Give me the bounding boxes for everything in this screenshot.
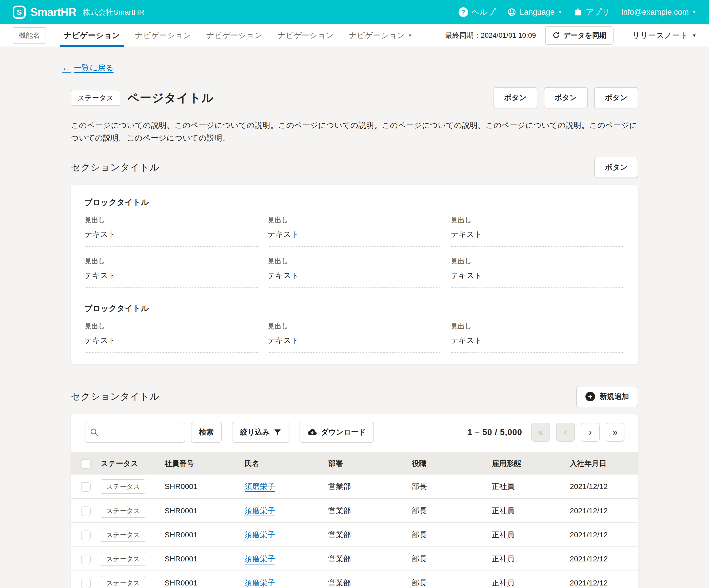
language-menu[interactable]: Language ▼	[507, 7, 562, 18]
row-checkbox[interactable]	[81, 482, 90, 492]
employee-name-link[interactable]: 須磨栄子	[244, 482, 275, 490]
brand-logo[interactable]: S SmartHR	[13, 4, 76, 20]
field-label: 見出し	[268, 215, 441, 225]
status-badge: ステータス	[101, 552, 145, 566]
app-header: S SmartHR 株式会社SmartHR ? ヘルプ Language ▼ ア…	[0, 0, 709, 24]
row-checkbox[interactable]	[81, 531, 90, 540]
add-new-button[interactable]: + 新規追加	[576, 386, 638, 407]
download-button[interactable]: ダウンロード	[299, 422, 374, 443]
column-header-department: 部署	[328, 452, 412, 475]
employee-id: SHR0001	[165, 499, 244, 523]
field: 見出し テキスト	[451, 322, 625, 353]
sync-data-label: データを同期	[563, 31, 606, 40]
pagination-last-button[interactable]: »	[606, 423, 625, 442]
cloud-download-icon	[308, 428, 317, 437]
chevron-right-icon: ›	[589, 427, 592, 437]
page-action-button-2[interactable]: ボタン	[544, 87, 588, 108]
back-link[interactable]: ← 一覧に戻る	[62, 61, 113, 74]
nav-tab-2[interactable]: ナビゲーション	[127, 24, 199, 47]
row-checkbox[interactable]	[81, 506, 90, 516]
apps-menu[interactable]: アプリ	[574, 7, 610, 18]
help-label: ヘルプ	[471, 7, 496, 18]
status-badge: ステータス	[101, 576, 145, 588]
caret-down-icon: ▼	[692, 33, 696, 38]
field-label: 見出し	[268, 322, 441, 331]
search-input[interactable]	[102, 428, 180, 436]
account-menu[interactable]: info@example.com ▼	[621, 7, 696, 18]
section1-action-button[interactable]: ボタン	[594, 157, 638, 178]
filter-label: 絞り込み	[240, 427, 270, 437]
nav-tab-label: ナビゲーション	[135, 30, 191, 41]
page-status-badge: ステータス	[71, 90, 120, 106]
nav-bar: 機能名 ナビゲーション ナビゲーション ナビゲーション ナビゲーション ナビゲー…	[0, 24, 709, 47]
brand-logo-text: SmartHR	[30, 4, 76, 20]
row-checkbox[interactable]	[81, 555, 90, 564]
page-action-button-3[interactable]: ボタン	[594, 87, 638, 108]
block-title: ブロックタイトル	[84, 303, 625, 314]
page-action-button-1[interactable]: ボタン	[494, 87, 537, 108]
nav-tab-1[interactable]: ナビゲーション	[56, 24, 127, 47]
column-header-employee-id: 社員番号	[165, 452, 244, 475]
release-notes-menu[interactable]: リリースノート ▼	[632, 30, 696, 41]
employee-name-link[interactable]: 須磨栄子	[244, 555, 275, 563]
field-value: テキスト	[268, 270, 441, 281]
nav-tab-label: ナビゲーション	[278, 30, 334, 41]
hire-date: 2021/12/12	[570, 475, 638, 499]
nav-right: 最終同期：2024/01/01 10:09 データを同期 リリースノート ▼	[445, 24, 696, 47]
nav-tab-4[interactable]: ナビゲーション	[270, 24, 341, 47]
field: 見出し テキスト	[84, 257, 258, 288]
department: 営業部	[328, 475, 412, 499]
refresh-icon	[552, 32, 560, 39]
nav-tab-5-dropdown[interactable]: ナビゲーション ▼	[341, 24, 420, 47]
hire-date: 2021/12/12	[570, 547, 638, 571]
field-label: 見出し	[268, 257, 441, 266]
table-header: ステータス 社員番号 氏名 部署 役職 雇用形態 入社年月日	[71, 452, 638, 475]
select-all-checkbox[interactable]	[81, 459, 90, 469]
help-link[interactable]: ? ヘルプ	[458, 7, 496, 18]
table-header-row: ステータス 社員番号 氏名 部署 役職 雇用形態 入社年月日	[71, 452, 638, 475]
status-badge: ステータス	[101, 479, 145, 493]
position: 部長	[412, 475, 492, 499]
filter-button[interactable]: 絞り込み	[232, 422, 289, 443]
field-value: テキスト	[84, 229, 258, 240]
sync-data-button[interactable]: データを同期	[545, 26, 613, 45]
pagination-first-button[interactable]: «	[531, 423, 550, 442]
position: 部長	[412, 547, 492, 571]
chevron-left-icon: ‹	[564, 427, 567, 437]
search-button[interactable]: 検索	[191, 422, 222, 443]
employee-name-link[interactable]: 須磨栄子	[244, 506, 275, 515]
employee-name-link[interactable]: 須磨栄子	[244, 579, 275, 587]
row-checkbox[interactable]	[81, 579, 90, 588]
page-head: ステータス ページタイトル ボタン ボタン ボタン	[71, 87, 638, 108]
table-row: ステータス SHR0001 須磨栄子 営業部 部長 正社員 2021/12/12	[71, 499, 638, 523]
table-row: ステータス SHR0001 須磨栄子 営業部 部長 正社員 2021/12/12	[71, 475, 638, 499]
pagination-prev-button[interactable]: ‹	[556, 423, 575, 442]
page: { "colors": { "brand": "#00c4cc", "accen…	[0, 0, 709, 588]
add-new-label: 新規追加	[600, 392, 629, 402]
pagination-next-button[interactable]: ›	[581, 423, 600, 442]
help-icon: ?	[458, 7, 468, 17]
field: 見出し テキスト	[268, 322, 441, 353]
plus-icon: +	[585, 392, 595, 401]
employment-type: 正社員	[492, 499, 570, 523]
field: 見出し テキスト	[451, 257, 625, 288]
employee-id: SHR0001	[165, 523, 244, 547]
nav-divider	[623, 24, 623, 47]
double-chevron-left-icon: «	[538, 427, 543, 437]
nav-tab-label: ナビゲーション	[349, 30, 404, 41]
last-sync-text: 最終同期：2024/01/01 10:09	[445, 30, 536, 40]
field-grid: 見出し テキスト 見出し テキスト 見出し テキスト	[84, 322, 625, 353]
double-chevron-right-icon: »	[612, 427, 618, 437]
hire-date: 2021/12/12	[570, 523, 638, 547]
funnel-icon	[274, 428, 281, 436]
section1-head: セクションタイトル ボタン	[71, 157, 638, 178]
column-header-employment: 雇用形態	[492, 452, 570, 475]
nav-tab-3[interactable]: ナビゲーション	[199, 24, 270, 47]
department: 営業部	[328, 499, 412, 523]
employee-name-link[interactable]: 須磨栄子	[244, 531, 275, 539]
department: 営業部	[328, 547, 412, 571]
employment-type: 正社員	[492, 475, 570, 499]
nav-tabs: ナビゲーション ナビゲーション ナビゲーション ナビゲーション ナビゲーション …	[56, 24, 420, 47]
table-row: ステータス SHR0001 須磨栄子 営業部 部長 正社員 2021/12/12	[71, 523, 638, 547]
employee-table: ステータス 社員番号 氏名 部署 役職 雇用形態 入社年月日 ステータス SHR…	[71, 452, 638, 588]
